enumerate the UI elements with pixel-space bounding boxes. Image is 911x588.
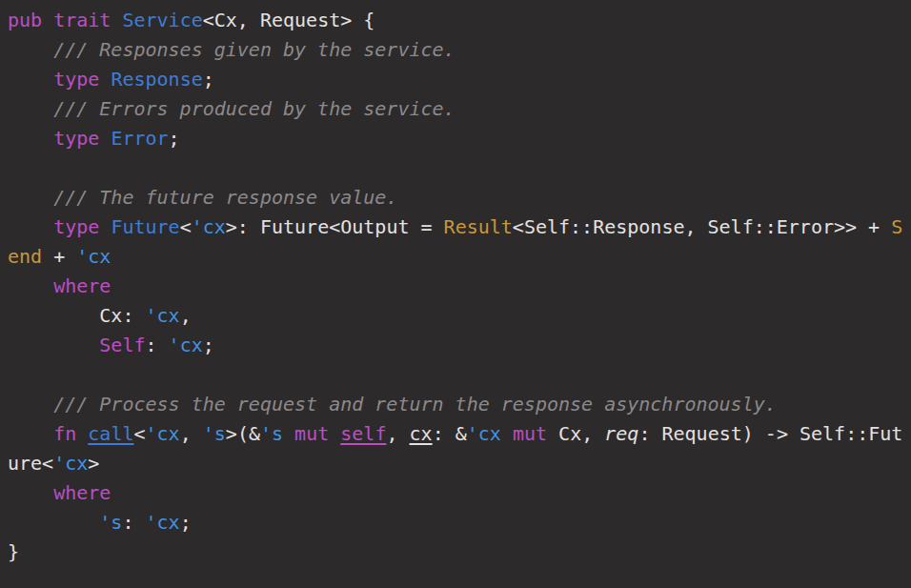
code-token: <Self::Response, Self::Error>> +	[513, 215, 891, 238]
code-token: Service	[122, 9, 202, 31]
code-token	[8, 274, 53, 297]
code-token: <	[133, 422, 145, 445]
code-token: ,	[180, 422, 203, 445]
code-token: /// The future response value.	[8, 186, 397, 209]
code-token: <	[180, 215, 192, 238]
code-line: /// Process the request and return the r…	[8, 390, 903, 419]
code-line: 's: 'cx;	[8, 508, 903, 537]
code-token: Future	[111, 215, 179, 238]
code-token: >: Future<Output =	[226, 215, 444, 238]
code-block: pub trait Service<Cx, Request> { /// Res…	[0, 0, 911, 588]
code-token: Self	[99, 334, 145, 356]
code-token: 'cx	[146, 422, 180, 445]
code-token: ;	[203, 334, 214, 356]
code-line: where	[8, 272, 903, 301]
code-token: end	[8, 245, 42, 268]
code-token: >(&	[226, 422, 260, 445]
code-token	[283, 422, 294, 445]
code-token: pub trait	[8, 9, 122, 31]
code-token: fn	[53, 422, 76, 445]
code-line: pub trait Service<Cx, Request> {	[8, 6, 903, 35]
code-token: : Request) -> Self::Fut	[638, 422, 902, 445]
code-token: <Cx, Request> {	[203, 9, 375, 31]
code-token	[99, 127, 111, 150]
code-token	[8, 422, 53, 445]
code-token: >	[88, 452, 99, 475]
code-token: type	[53, 68, 99, 91]
code-token: 'cx	[146, 304, 180, 327]
code-token: ,	[386, 422, 409, 445]
code-token: 's	[99, 511, 122, 534]
code-line: where	[8, 478, 903, 508]
code-token: where	[53, 481, 111, 504]
code-token: ure<	[8, 452, 53, 475]
code-token: S	[891, 215, 902, 238]
code-token: 'cx	[467, 422, 501, 445]
code-line: /// Errors produced by the service.	[8, 94, 903, 124]
code-token	[8, 127, 53, 150]
code-token: ;	[203, 68, 214, 91]
code-token	[8, 68, 53, 91]
code-token: ;	[169, 127, 180, 150]
code-line: type Future<'cx>: Future<Output = Result…	[8, 213, 903, 242]
code-token: ,	[180, 304, 192, 327]
code-token: 'cx	[192, 215, 226, 238]
code-token: 'cx	[76, 245, 111, 268]
code-token: :	[122, 511, 145, 534]
code-token: :	[146, 334, 169, 356]
code-token	[99, 215, 111, 238]
code-token: /// Process the request and return the r…	[8, 393, 777, 416]
code-line: fn call<'cx, 's>(&'s mut self, cx: &'cx …	[8, 419, 903, 449]
code-token: 'cx	[146, 511, 180, 534]
code-line: /// The future response value.	[8, 183, 903, 213]
code-line: /// Responses given by the service.	[8, 35, 903, 65]
code-line: ure<'cx>	[8, 449, 903, 478]
code-token: Cx:	[8, 304, 146, 327]
code-token: /// Errors produced by the service.	[8, 97, 456, 120]
code-line: type Error;	[8, 124, 903, 153]
code-token: ;	[180, 511, 192, 534]
code-token	[8, 511, 99, 534]
code-token: type	[53, 215, 99, 238]
code-line: Cx: 'cx,	[8, 301, 903, 331]
code-token: +	[42, 245, 76, 268]
code-token: 's	[203, 422, 226, 445]
code-token: cx	[410, 422, 433, 445]
code-token: call	[88, 422, 133, 445]
code-token	[8, 215, 53, 238]
code-line: Self: 'cx;	[8, 331, 903, 360]
code-token: req	[604, 422, 638, 445]
code-token	[8, 481, 53, 504]
code-token	[329, 422, 340, 445]
code-token: 's	[260, 422, 283, 445]
code-line: end + 'cx	[8, 242, 903, 272]
code-token: : &	[433, 422, 467, 445]
code-token: 'cx	[169, 334, 203, 356]
code-token	[501, 422, 513, 445]
code-line	[8, 360, 903, 390]
code-token	[99, 68, 111, 91]
code-line	[8, 153, 903, 183]
code-line: type Response;	[8, 65, 903, 94]
code-token	[76, 422, 88, 445]
code-token: where	[53, 274, 111, 297]
code-token: Response	[111, 68, 202, 91]
code-token: Error	[111, 127, 168, 150]
code-token: Cx,	[547, 422, 604, 445]
code-token: }	[8, 540, 19, 563]
code-line: }	[8, 537, 903, 567]
code-token: type	[53, 127, 99, 150]
code-token: Result	[444, 215, 513, 238]
code-token: mut	[294, 422, 329, 445]
code-token: self	[340, 422, 386, 445]
code-token	[8, 334, 99, 356]
code-token: mut	[513, 422, 547, 445]
code-token: /// Responses given by the service.	[8, 38, 456, 61]
code-token: 'cx	[53, 452, 88, 475]
